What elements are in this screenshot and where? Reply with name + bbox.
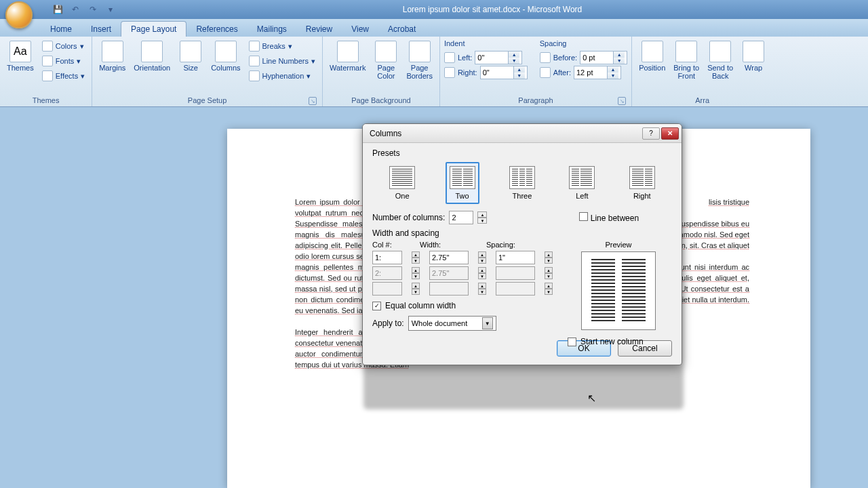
width-1[interactable] [429, 251, 469, 264]
save-icon[interactable]: 💾 [52, 3, 64, 16]
page-color-button[interactable]: Page Color [371, 39, 401, 81]
page-setup-launcher[interactable]: ↘ [309, 97, 317, 105]
caret-up-icon[interactable]: ▲ [477, 211, 487, 218]
tab-review[interactable]: Review [296, 22, 342, 37]
group-arrange: Position Bring to Front Send to Back Wra… [632, 37, 772, 106]
ribbon: Aa Themes Colors ▾ Fonts ▾ Effects ▾ The… [0, 37, 868, 107]
send-back-icon [709, 41, 731, 62]
qat-customize-icon[interactable]: ▾ [104, 3, 117, 16]
col-num-1[interactable] [372, 251, 402, 264]
size-icon [180, 41, 201, 62]
group-page-setup: Margins Orientation Size Columns Breaks … [92, 37, 323, 106]
presets-label: Presets [372, 148, 672, 158]
paragraph-launcher[interactable]: ↘ [618, 97, 626, 105]
hyphenation-icon [249, 70, 260, 81]
preset-left[interactable]: Left [565, 162, 599, 204]
redo-icon[interactable]: ↷ [87, 3, 99, 16]
spacing-label: Spacing [540, 39, 627, 47]
tab-view[interactable]: View [342, 22, 378, 37]
wrap-icon [743, 41, 764, 62]
dialog-title-bar[interactable]: Columns ? ✕ [363, 124, 682, 143]
page-borders-icon [409, 41, 431, 62]
colors-icon [42, 41, 53, 52]
spacing-2 [496, 266, 535, 280]
line-between-checkbox[interactable] [579, 212, 588, 221]
tab-insert[interactable]: Insert [81, 22, 121, 37]
caret-down-icon[interactable]: ▼ [614, 58, 625, 64]
bring-to-front-button[interactable]: Bring to Front [671, 39, 702, 81]
size-button[interactable]: Size [176, 39, 205, 73]
breaks-button[interactable]: Breaks ▾ [246, 39, 318, 53]
spacing-1[interactable] [496, 251, 535, 264]
effects-button[interactable]: Effects ▾ [39, 69, 87, 83]
preset-three[interactable]: Three [505, 162, 539, 204]
caret-down-icon[interactable]: ▼ [477, 218, 487, 224]
page-borders-button[interactable]: Page Borders [403, 39, 435, 81]
caret-down-icon[interactable]: ▼ [509, 58, 519, 64]
group-themes: Aa Themes Colors ▾ Fonts ▾ Effects ▾ The… [0, 37, 92, 106]
apply-to-select[interactable]: Whole document ▼ [408, 316, 496, 331]
send-to-back-button[interactable]: Send to Back [705, 39, 736, 81]
apply-to-label: Apply to: [372, 319, 404, 328]
orientation-icon [141, 41, 163, 62]
watermark-icon [337, 41, 359, 62]
tab-mailings[interactable]: Mailings [248, 22, 296, 37]
indent-label: Indent [444, 39, 528, 47]
columns-button[interactable]: Columns [208, 39, 243, 73]
dialog-title: Columns [370, 129, 641, 138]
preset-two[interactable]: Two [446, 162, 479, 204]
columns-dialog: Columns ? ✕ Presets One Two Three Left R… [362, 123, 682, 365]
fonts-button[interactable]: Fonts ▾ [39, 54, 87, 68]
fonts-icon [42, 56, 53, 66]
bring-front-icon [675, 41, 697, 62]
num-cols-input[interactable] [449, 211, 473, 224]
colors-button[interactable]: Colors ▾ [39, 39, 87, 53]
hyphenation-button[interactable]: Hyphenation ▾ [246, 69, 318, 83]
tab-acrobat[interactable]: Acrobat [378, 22, 425, 37]
start-new-col-checkbox[interactable] [568, 338, 576, 346]
undo-icon[interactable]: ↶ [69, 3, 81, 16]
col-num-2 [372, 266, 402, 280]
equal-width-checkbox[interactable]: ✓ [372, 302, 381, 310]
spacing-after-input[interactable]: ▲▼ [574, 66, 621, 79]
chevron-down-icon[interactable]: ▼ [482, 317, 493, 329]
orientation-button[interactable]: Orientation [131, 39, 173, 73]
spacing-before-input[interactable]: ▲▼ [580, 51, 627, 64]
indent-left-input[interactable]: ▲▼ [475, 51, 522, 64]
num-cols-label: Number of columns: [372, 213, 445, 222]
line-numbers-icon [249, 56, 260, 66]
preset-one[interactable]: One [385, 162, 419, 204]
tab-home[interactable]: Home [41, 22, 81, 37]
tab-page-layout[interactable]: Page Layout [121, 21, 186, 37]
wrap-button[interactable]: Wrap [738, 39, 768, 73]
preview-box [581, 251, 656, 330]
watermark-button[interactable]: Watermark [327, 39, 368, 73]
position-icon [642, 41, 663, 62]
spacing-after-icon [540, 67, 551, 78]
preset-right[interactable]: Right [625, 162, 659, 204]
group-page-background: Watermark Page Color Page Borders Page B… [323, 37, 440, 106]
tab-references[interactable]: References [186, 22, 247, 37]
presets-row: One Two Three Left Right [372, 162, 672, 204]
caret-down-icon[interactable]: ▼ [514, 73, 525, 79]
caret-up-icon[interactable]: ▲ [614, 52, 625, 58]
preview-label: Preview [568, 241, 669, 249]
caret-up-icon[interactable]: ▲ [608, 66, 618, 73]
caret-down-icon[interactable]: ▼ [608, 73, 618, 79]
caret-up-icon[interactable]: ▲ [509, 52, 519, 58]
window-title: Lorem ipsum dolor sit amet.docx - Micros… [117, 5, 868, 14]
themes-icon: Aa [9, 41, 31, 62]
caret-up-icon[interactable]: ▲ [514, 66, 525, 73]
margins-button[interactable]: Margins [96, 39, 128, 73]
indent-right-input[interactable]: ▲▼ [480, 66, 528, 79]
quick-access-toolbar: 💾 ↶ ↷ ▾ [52, 3, 117, 16]
spacing-before-icon [540, 52, 551, 63]
line-numbers-button[interactable]: Line Numbers ▾ [246, 54, 318, 68]
close-button[interactable]: ✕ [661, 127, 679, 140]
themes-button[interactable]: Aa Themes [4, 39, 37, 73]
indent-left-icon [444, 52, 455, 63]
page-color-icon [375, 41, 397, 62]
help-button[interactable]: ? [642, 127, 660, 140]
position-button[interactable]: Position [636, 39, 668, 73]
office-button[interactable] [5, 1, 33, 28]
